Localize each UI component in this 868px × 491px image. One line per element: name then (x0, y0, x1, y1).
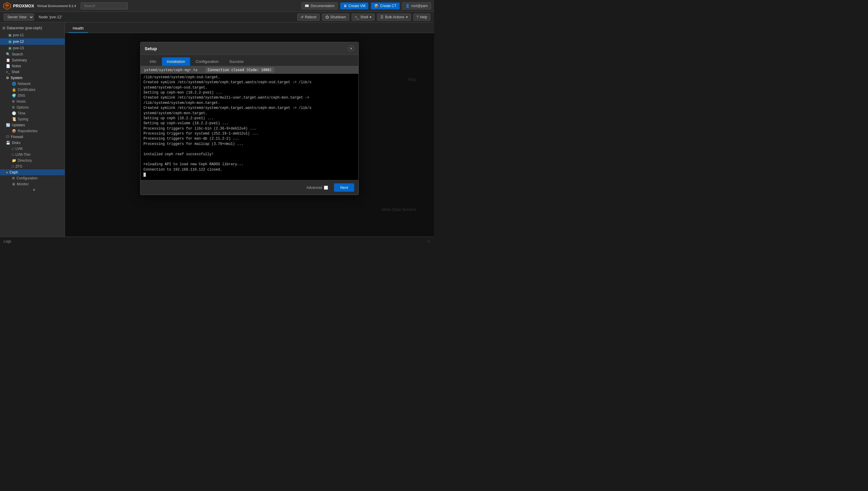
logs-label[interactable]: Logs (4, 239, 11, 243)
create-ct-button[interactable]: 📦 Create CT (371, 2, 399, 9)
user-button[interactable]: 👤 root@pam (402, 2, 431, 9)
pve13-label: pve-13 (13, 46, 24, 50)
sidebar-item-options[interactable]: ⚙ Options (0, 105, 65, 110)
configuration-label: Configuration (17, 176, 37, 180)
certificates-icon: 🔒 (12, 88, 16, 92)
configuration-icon: ⚙ (12, 176, 15, 180)
ceph-icon: ● (6, 170, 8, 174)
firewall-icon: 🛡 (6, 135, 9, 139)
sidebar-item-summary[interactable]: 📋 Summary (0, 57, 65, 63)
advanced-checkbox[interactable] (324, 185, 328, 190)
monitor-icon: 🖥 (12, 182, 16, 186)
sidebar-item-disks[interactable]: 💾 Disks (0, 140, 65, 146)
reboot-button[interactable]: ↺ Reboot (297, 13, 320, 21)
monitor-label: Monitor (17, 182, 29, 186)
secondbar: Server View Node 'pve-12' ↺ Reboot ⏻ Shu… (0, 12, 434, 22)
repositories-icon: 📦 (12, 129, 16, 133)
sidebar-item-ceph[interactable]: ● Ceph (0, 169, 65, 175)
health-tab-bar: Health (65, 22, 434, 33)
sidebar-item-firewall[interactable]: 🛡 Firewall (0, 134, 65, 140)
modal-close-button[interactable]: ✕ (348, 45, 354, 52)
proxmox-logo-icon (3, 2, 11, 10)
help-icon: ? (417, 15, 419, 19)
network-icon: 🌐 (12, 82, 16, 86)
sidebar-item-notes[interactable]: 📄 Notes (0, 63, 65, 69)
terminal-output[interactable]: Setting up ceph-osd (18.2.2-pve1) ... Cr… (141, 74, 358, 180)
sidebar-item-search[interactable]: 🔍 Search (0, 51, 65, 57)
sidebar-item-dns[interactable]: 🌍 DNS (0, 93, 65, 98)
time-label: Time (18, 111, 25, 115)
create-vm-label: Create VM (348, 4, 365, 8)
sidebar-item-pve12[interactable]: ▣ pve-12 (0, 38, 65, 45)
next-button[interactable]: Next (334, 183, 354, 192)
sidebar-item-shell[interactable]: >_ Shell (0, 69, 65, 75)
syslog-label: Syslog (18, 117, 28, 121)
sidebar-item-zfs[interactable]: □ ZFS (0, 164, 65, 169)
directory-icon: 📁 (12, 158, 16, 163)
sidebar-item-syslog[interactable]: 📜 Syslog (0, 116, 65, 122)
create-vm-button[interactable]: 🖥 Create VM (340, 2, 368, 9)
bulk-actions-label: Bulk Actions (385, 15, 404, 19)
reboot-icon: ↺ (301, 15, 304, 19)
summary-icon: 📋 (6, 58, 10, 62)
reboot-label: Reboot (305, 15, 316, 19)
ceph-label: Ceph (9, 170, 18, 174)
modal-tab-installation[interactable]: Installation (162, 57, 190, 66)
system-icon: ⚙ (6, 76, 9, 80)
sidebar-item-time[interactable]: 🕐 Time (0, 110, 65, 116)
sidebar-tree: ⊞ Datacenter (pve-ceph) ▣ pve-11 ▣ pve-1… (0, 22, 65, 195)
directory-label: Directory (18, 158, 32, 163)
sidebar-item-directory[interactable]: 📁 Directory (0, 157, 65, 164)
tab-health[interactable]: Health (68, 24, 88, 33)
view-select[interactable]: Server View (4, 13, 34, 21)
modal-tab-configuration[interactable]: Configuration (191, 57, 224, 66)
sidebar-item-repositories[interactable]: 📦 Repositories (0, 128, 65, 134)
sidebar: ⊞ Datacenter (pve-ceph) ▣ pve-11 ▣ pve-1… (0, 22, 65, 237)
help-button[interactable]: ? Help (413, 13, 430, 21)
dns-icon: 🌍 (12, 93, 16, 98)
sidebar-item-system[interactable]: ⚙ System (0, 75, 65, 81)
zfs-label: ZFS (16, 164, 22, 169)
connection-status-bar: ystemd/system/ceph-mgr.ta Connection clo… (141, 66, 358, 74)
sidebar-expand-button[interactable]: ▼ (0, 187, 65, 193)
status-circle-icon: ○ (427, 239, 430, 244)
documentation-button[interactable]: 📖 Documentation (302, 2, 338, 9)
options-label: Options (17, 105, 29, 110)
lvm-thin-label: LVM-Thin (16, 152, 30, 157)
user-label: root@pam (411, 4, 428, 8)
sidebar-item-pve13[interactable]: ▣ pve-13 (0, 45, 65, 51)
content-background: PGs Meta Data Servers Performance Setup … (65, 33, 434, 237)
sidebar-item-pve11[interactable]: ▣ pve-11 (0, 32, 65, 38)
hosts-icon: ⚙ (12, 99, 15, 104)
updates-icon: 🔄 (6, 123, 10, 127)
content-area: Health PGs Meta Data Servers Performance… (65, 22, 434, 237)
modal-tab-success[interactable]: Success (224, 57, 249, 66)
sidebar-item-monitor[interactable]: 🖥 Monitor (0, 181, 65, 187)
pve11-label: pve-11 (13, 33, 24, 37)
bulk-actions-button[interactable]: ☰ Bulk Actions ▾ (377, 13, 411, 21)
sidebar-item-lvm-thin[interactable]: □ LVM-Thin (0, 152, 65, 157)
sidebar-item-configuration[interactable]: ⚙ Configuration (0, 175, 65, 181)
sidebar-item-hosts[interactable]: ⚙ Hosts (0, 98, 65, 105)
modal-tabs: Info Installation Configuration Success (141, 55, 358, 66)
bulk-actions-dropdown-icon: ▾ (406, 15, 408, 19)
create-ct-label: Create CT (380, 4, 396, 8)
create-ct-icon: 📦 (374, 4, 379, 8)
modal-tab-info[interactable]: Info (145, 57, 161, 66)
lvm-label: LVM (16, 147, 23, 151)
shell-button[interactable]: >_ Shell ▾ (352, 13, 375, 21)
sidebar-item-updates[interactable]: 🔄 Updates (0, 122, 65, 128)
terminal-cursor (143, 173, 146, 177)
documentation-label: Documentation (311, 4, 335, 8)
sidebar-item-network[interactable]: 🌐 Network (0, 81, 65, 87)
statusbar: Logs ○ (0, 237, 434, 246)
shutdown-label: Shutdown (330, 15, 346, 19)
search-input[interactable] (81, 2, 128, 9)
logo-text: PROXMOX (13, 3, 34, 8)
sidebar-item-datacenter[interactable]: ⊞ Datacenter (pve-ceph) (0, 24, 65, 32)
sidebar-item-lvm[interactable]: □ LVM (0, 146, 65, 152)
sidebar-item-certificates[interactable]: 🔒 Certificates (0, 87, 65, 93)
pve11-icon: ▣ (8, 33, 11, 37)
notes-label: Notes (12, 64, 21, 68)
shutdown-button[interactable]: ⏻ Shutdown (322, 13, 349, 21)
